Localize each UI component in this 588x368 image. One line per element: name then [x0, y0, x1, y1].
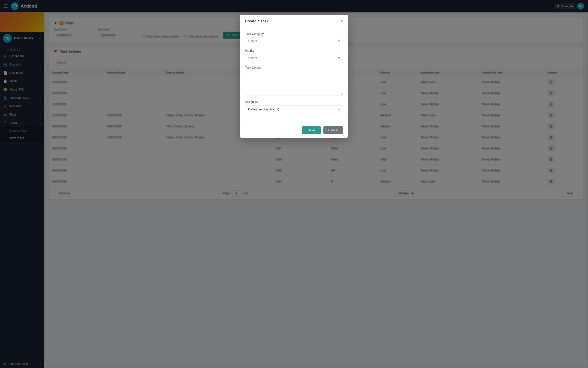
task-details-group: Task Details	[245, 66, 343, 96]
create-task-modal: Create a Task × Task Category Select... …	[240, 15, 348, 138]
priority-label: Priority	[245, 49, 343, 53]
assign-to-select[interactable]: Default Action User(s)	[245, 105, 343, 113]
assign-to-select-wrapper: Default Action User(s) ▼	[245, 105, 343, 113]
modal-close-button[interactable]: ×	[340, 19, 343, 23]
cancel-button[interactable]: Cancel	[323, 126, 343, 134]
assign-to-label: Assign To	[245, 100, 343, 104]
task-details-textarea[interactable]	[245, 71, 343, 95]
task-category-group: Task Category Select... ▼	[245, 32, 343, 45]
modal-title: Create a Task	[245, 19, 269, 23]
priority-select[interactable]: Select...	[245, 54, 343, 62]
modal-footer: Save Cancel	[240, 122, 348, 138]
priority-group: Priority Select... ▼	[245, 49, 343, 62]
save-button[interactable]: Save	[302, 126, 321, 134]
task-details-label: Task Details	[245, 66, 343, 69]
task-category-select-wrapper: Select... ▼	[245, 37, 343, 45]
task-category-select[interactable]: Select...	[245, 37, 343, 45]
priority-select-wrapper: Select... ▼	[245, 54, 343, 62]
modal-header: Create a Task ×	[240, 15, 348, 27]
task-category-label: Task Category	[245, 32, 343, 36]
assign-to-group: Assign To Default Action User(s) ▼	[245, 100, 343, 113]
modal-body: Task Category Select... ▼ Priority Selec…	[240, 27, 348, 122]
modal-overlay: Create a Task × Task Category Select... …	[0, 0, 588, 368]
